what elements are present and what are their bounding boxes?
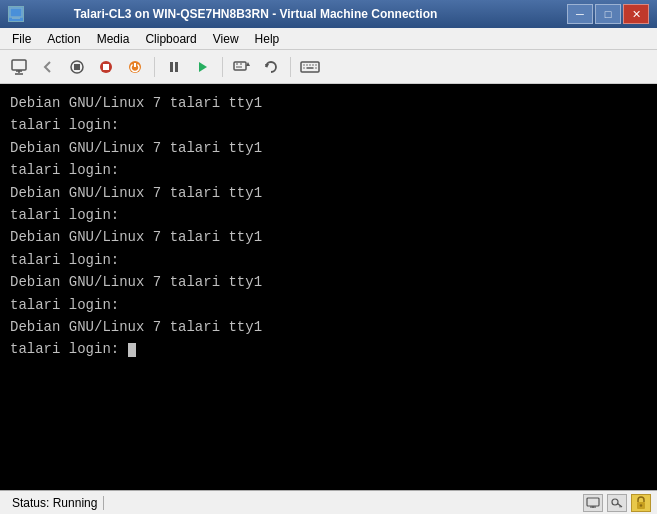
terminal-line-23: talari login:: [10, 338, 647, 360]
terminal-line-1: Debian GNU/Linux 7 talari tty1: [10, 92, 647, 114]
terminal-line-21: Debian GNU/Linux 7 talari tty1: [10, 316, 647, 338]
app-icon: [8, 6, 24, 22]
menu-file[interactable]: File: [4, 30, 39, 48]
svg-rect-12: [175, 62, 178, 72]
terminal-line-9: Debian GNU/Linux 7 talari tty1: [10, 182, 647, 204]
stop-button[interactable]: [64, 54, 90, 80]
back-button[interactable]: [35, 54, 61, 80]
svg-point-32: [612, 499, 618, 505]
separator-3: [290, 57, 291, 77]
window-controls: ─ □ ✕: [567, 4, 649, 24]
power-button[interactable]: [122, 54, 148, 80]
toolbar: [0, 50, 657, 84]
key-icon: [607, 494, 627, 512]
separator-2: [222, 57, 223, 77]
menu-media[interactable]: Media: [89, 30, 138, 48]
svg-rect-0: [10, 8, 22, 17]
keyboard-button[interactable]: [297, 54, 323, 80]
menu-bar: File Action Media Clipboard View Help: [0, 28, 657, 50]
terminal-line-3: talari login:: [10, 114, 647, 136]
pause-button[interactable]: [161, 54, 187, 80]
svg-rect-29: [587, 498, 599, 506]
terminal-line-11: talari login:: [10, 204, 647, 226]
lock-icon: [631, 494, 651, 512]
undo-button[interactable]: [258, 54, 284, 80]
power-off-button[interactable]: [93, 54, 119, 80]
menu-help[interactable]: Help: [247, 30, 288, 48]
svg-marker-13: [199, 62, 207, 72]
close-button[interactable]: ✕: [623, 4, 649, 24]
svg-rect-1: [12, 17, 20, 19]
svg-rect-7: [74, 64, 80, 70]
svg-point-36: [640, 504, 642, 506]
status-bar: Status: Running: [0, 490, 657, 514]
resume-button[interactable]: [190, 54, 216, 80]
svg-rect-9: [103, 64, 109, 70]
send-keys-button[interactable]: [229, 54, 255, 80]
status-right: [583, 494, 651, 512]
title-bar: Talari-CL3 on WIN-QSE7HN8B3RN - Virtual …: [0, 0, 657, 28]
status-text: Status: Running: [6, 496, 104, 510]
menu-view[interactable]: View: [205, 30, 247, 48]
terminal-line-13: Debian GNU/Linux 7 talari tty1: [10, 226, 647, 248]
terminal-line-7: talari login:: [10, 159, 647, 181]
svg-rect-11: [170, 62, 173, 72]
terminal-line-19: talari login:: [10, 294, 647, 316]
minimize-button[interactable]: ─: [567, 4, 593, 24]
monitor-icon: [583, 494, 603, 512]
terminal-line-17: Debian GNU/Linux 7 talari tty1: [10, 271, 647, 293]
separator-1: [154, 57, 155, 77]
svg-rect-20: [301, 62, 319, 72]
menu-action[interactable]: Action: [39, 30, 88, 48]
maximize-button[interactable]: □: [595, 4, 621, 24]
terminal-cursor: [128, 343, 136, 357]
status-left: Status: Running: [6, 496, 104, 510]
svg-rect-2: [12, 60, 26, 70]
window-title: Talari-CL3 on WIN-QSE7HN8B3RN - Virtual …: [24, 7, 487, 21]
ctrl-alt-del-button[interactable]: [6, 54, 32, 80]
terminal-line-5: Debian GNU/Linux 7 talari tty1: [10, 137, 647, 159]
terminal-screen[interactable]: Debian GNU/Linux 7 talari tty1 talari lo…: [0, 84, 657, 490]
terminal-line-15: talari login:: [10, 249, 647, 271]
svg-rect-14: [234, 62, 246, 70]
menu-clipboard[interactable]: Clipboard: [137, 30, 204, 48]
